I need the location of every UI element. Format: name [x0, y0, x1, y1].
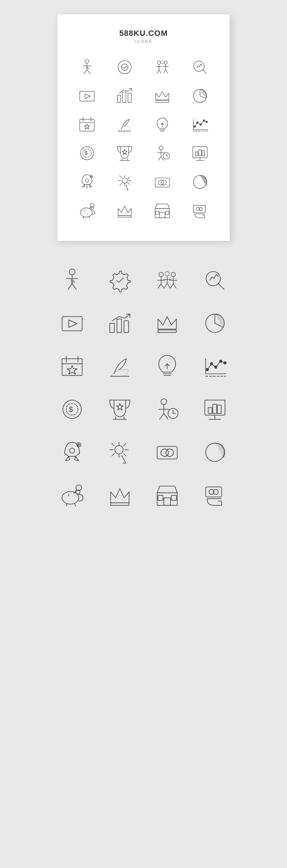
svg-line-117	[164, 283, 167, 288]
svg-rect-126	[158, 330, 177, 333]
svg-marker-22	[85, 94, 90, 99]
svg-point-104	[159, 272, 163, 277]
svg-line-175	[78, 445, 79, 445]
svg-point-98	[69, 269, 75, 275]
svg-point-156	[161, 399, 167, 405]
svg-point-80	[197, 178, 203, 185]
svg-point-69	[85, 179, 89, 182]
crown2-icon-large	[102, 477, 138, 513]
svg-line-113	[173, 284, 176, 288]
donut-chart-icon-large	[197, 434, 233, 470]
svg-line-58	[159, 156, 161, 160]
dollar-circle-icon: $	[71, 140, 103, 166]
svg-line-16	[164, 70, 166, 73]
svg-rect-180	[157, 447, 177, 459]
svg-rect-88	[118, 216, 131, 218]
card-title: 588KU.COM	[68, 29, 219, 38]
video-player-icon	[71, 83, 103, 108]
svg-point-6	[118, 61, 131, 74]
svg-point-144	[220, 360, 222, 363]
trophy-star-icon-large	[102, 391, 138, 427]
bar-chart-arrow-icon-large	[102, 305, 138, 341]
donut-chart-icon	[184, 169, 216, 194]
person-time-icon	[146, 140, 179, 166]
svg-point-184	[210, 448, 220, 457]
svg-rect-63	[193, 147, 207, 158]
svg-point-109	[171, 272, 175, 277]
dollar-circle-icon-large: $	[54, 391, 90, 427]
svg-line-179	[121, 456, 122, 456]
svg-rect-121	[62, 316, 82, 331]
calendar-star-icon	[71, 112, 103, 137]
svg-rect-23	[117, 95, 121, 102]
svg-rect-68	[202, 151, 204, 156]
svg-line-17	[166, 70, 168, 73]
discount-person-icon: %	[71, 54, 103, 80]
svg-point-18	[161, 60, 164, 63]
svg-text:%: %	[86, 66, 89, 70]
svg-line-11	[157, 70, 159, 73]
svg-line-85	[83, 216, 84, 219]
svg-rect-167	[208, 407, 212, 413]
svg-point-143	[215, 366, 217, 368]
svg-line-3	[84, 70, 87, 73]
svg-rect-92	[166, 211, 169, 214]
piggy-bank-icon	[71, 198, 103, 223]
svg-rect-90	[160, 213, 165, 218]
svg-line-102	[72, 283, 76, 289]
svg-rect-125	[124, 321, 128, 333]
svg-point-55	[159, 146, 163, 150]
svg-point-44	[206, 121, 208, 123]
svg-point-141	[206, 368, 208, 371]
svg-point-81	[80, 208, 92, 217]
search-analytics-icon	[184, 54, 216, 80]
svg-rect-124	[117, 319, 122, 332]
card-hand-icon-large	[197, 477, 233, 513]
trophy-star-icon	[109, 140, 141, 166]
svg-line-12	[159, 70, 161, 73]
team-icon	[146, 54, 179, 80]
svg-point-7	[121, 64, 128, 70]
crown2-icon	[109, 198, 141, 223]
svg-line-189	[66, 504, 67, 506]
crown-icon-large	[149, 305, 185, 341]
svg-rect-168	[213, 404, 217, 414]
svg-rect-195	[158, 495, 163, 500]
svg-line-73	[126, 185, 128, 190]
svg-rect-25	[128, 93, 131, 102]
svg-line-118	[167, 283, 170, 288]
presentation-chart-icon-large	[197, 391, 233, 427]
svg-point-0	[85, 59, 89, 63]
large-icon-section: %	[50, 262, 237, 513]
settings-check-icon-large	[102, 262, 138, 298]
svg-line-159	[160, 414, 164, 419]
svg-rect-193	[157, 493, 177, 505]
svg-line-20	[203, 70, 207, 73]
svg-rect-66	[196, 152, 198, 156]
card-hand-icon	[184, 198, 216, 223]
svg-line-84	[90, 206, 91, 209]
card-icon-grid: %	[68, 54, 219, 223]
search-analytics-icon-large	[197, 262, 233, 298]
crown-icon	[146, 83, 179, 108]
svg-point-13	[164, 61, 167, 64]
calendar-star-icon-large	[54, 348, 90, 384]
bar-chart-arrow-icon	[109, 83, 141, 108]
svg-text:%: %	[71, 278, 75, 284]
svg-marker-155	[116, 404, 123, 410]
video-player-icon-large	[54, 305, 90, 341]
leaf-hand-icon-large	[102, 348, 138, 384]
svg-line-86	[89, 216, 90, 219]
gear-pencil-icon	[109, 169, 141, 194]
svg-line-101	[68, 283, 72, 289]
svg-line-160	[164, 414, 168, 419]
svg-rect-26	[156, 100, 169, 102]
svg-rect-21	[80, 91, 94, 101]
svg-rect-196	[171, 495, 177, 500]
svg-point-41	[197, 121, 198, 123]
svg-rect-123	[110, 323, 114, 333]
idea-bulb-icon	[146, 112, 179, 137]
svg-rect-194	[164, 498, 171, 505]
svg-line-112	[170, 284, 173, 288]
svg-rect-91	[156, 211, 159, 214]
